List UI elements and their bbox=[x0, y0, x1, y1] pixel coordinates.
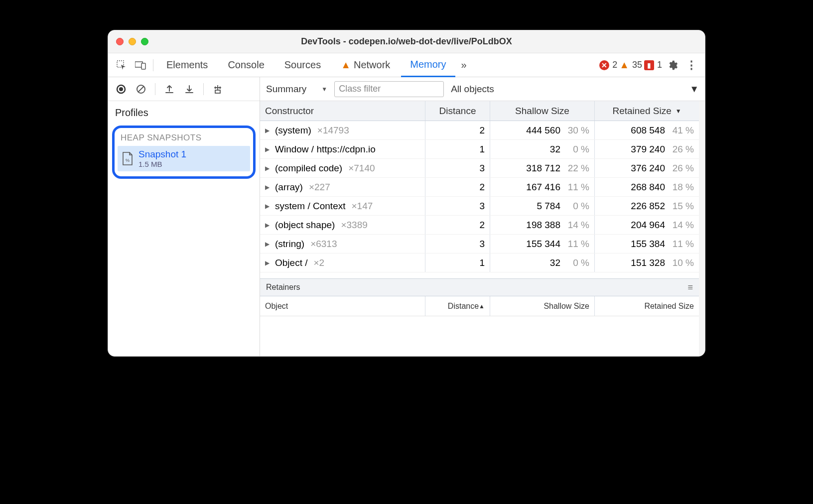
expand-icon[interactable]: ▶ bbox=[265, 222, 271, 229]
retainers-section-header[interactable]: Retainers ≡ bbox=[260, 278, 699, 296]
divider bbox=[155, 83, 155, 95]
retained-size-value: 151 328 bbox=[631, 257, 665, 268]
record-button[interactable] bbox=[113, 81, 129, 97]
instance-count: ×7140 bbox=[348, 163, 375, 174]
snapshot-name: Snapshot 1 bbox=[138, 149, 186, 160]
tab-console[interactable]: Console bbox=[219, 53, 273, 77]
distance-value: 3 bbox=[479, 239, 485, 250]
tabs-overflow-button[interactable]: » bbox=[457, 53, 471, 77]
retainers-col-distance[interactable]: Distance ▲ bbox=[425, 296, 490, 316]
retained-size-pct: 15 % bbox=[669, 201, 694, 212]
distance-value: 3 bbox=[479, 201, 485, 212]
table-row[interactable]: ▶(string) ×63133155 34411 %155 38411 % bbox=[260, 235, 699, 253]
expand-icon[interactable]: ▶ bbox=[265, 203, 271, 210]
inspect-element-icon[interactable] bbox=[113, 57, 130, 74]
expand-icon[interactable]: ▶ bbox=[265, 127, 271, 134]
tab-sources[interactable]: Sources bbox=[275, 53, 330, 77]
constructor-name: (object shape) bbox=[275, 220, 335, 231]
sort-descending-icon: ▼ bbox=[676, 108, 681, 115]
constructor-name: (array) bbox=[275, 182, 303, 193]
distance-value: 2 bbox=[479, 125, 485, 136]
retainers-menu-icon[interactable]: ≡ bbox=[687, 282, 693, 293]
retainers-col-retained[interactable]: Retained Size bbox=[594, 296, 699, 316]
tab-label: Elements bbox=[166, 59, 208, 71]
error-count-value: 2 bbox=[612, 60, 617, 70]
retained-size-pct: 11 % bbox=[669, 239, 694, 250]
memory-panel: Profiles HEAP SNAPSHOTS % Snapshot 1 1.5… bbox=[108, 77, 705, 356]
instance-count: ×227 bbox=[309, 182, 330, 193]
scrollbar[interactable] bbox=[699, 101, 705, 356]
table-row[interactable]: ▶(array) ×2272167 41611 %268 84018 % bbox=[260, 178, 699, 197]
warning-count[interactable]: ▲ 35 bbox=[619, 59, 642, 71]
retained-size-pct: 10 % bbox=[669, 257, 694, 268]
highlight-annotation: HEAP SNAPSHOTS % Snapshot 1 1.5 MB bbox=[112, 126, 256, 179]
devtools-tabbar: Elements Console Sources ▲ Network Memor… bbox=[108, 53, 705, 77]
table-row[interactable]: ▶(object shape) ×33892198 38814 %204 964… bbox=[260, 216, 699, 235]
col-retained-header[interactable]: Retained Size ▼ bbox=[594, 101, 699, 121]
more-menu-button[interactable]: ⋮ bbox=[683, 57, 700, 74]
shallow-size-value: 198 388 bbox=[526, 220, 560, 231]
warning-count-value: 35 bbox=[632, 60, 642, 70]
table-body[interactable]: ▶(system) ×147932444 56030 %608 54841 %▶… bbox=[260, 121, 699, 278]
close-window-button[interactable] bbox=[116, 38, 124, 45]
error-count[interactable]: ✕ 2 bbox=[599, 60, 617, 70]
expand-icon[interactable]: ▶ bbox=[265, 165, 271, 172]
retained-size-pct: 41 % bbox=[669, 125, 694, 136]
garbage-collect-button[interactable] bbox=[210, 81, 226, 97]
col-constructor-header[interactable]: Constructor bbox=[260, 101, 425, 121]
profiles-heading: Profiles bbox=[108, 101, 260, 123]
tab-memory[interactable]: Memory bbox=[401, 53, 455, 77]
chevron-down-icon: ▼ bbox=[321, 86, 327, 93]
load-button[interactable] bbox=[161, 81, 177, 97]
tab-label: Network bbox=[354, 59, 390, 71]
scope-dropdown[interactable]: All objects bbox=[451, 84, 494, 95]
tab-network[interactable]: ▲ Network bbox=[332, 53, 399, 77]
minimize-window-button[interactable] bbox=[129, 38, 136, 45]
shallow-size-value: 155 344 bbox=[526, 239, 560, 250]
snapshot-size: 1.5 MB bbox=[138, 160, 186, 168]
expand-icon[interactable]: ▶ bbox=[265, 241, 271, 248]
retained-size-value: 226 852 bbox=[631, 201, 665, 212]
save-button[interactable] bbox=[181, 81, 197, 97]
class-filter-input[interactable] bbox=[334, 81, 444, 97]
zoom-window-button[interactable] bbox=[141, 38, 148, 45]
scope-dropdown-label: All objects bbox=[451, 84, 494, 95]
sidebar-toolbar bbox=[108, 77, 260, 101]
table-row[interactable]: ▶(compiled code) ×71403318 71222 %376 24… bbox=[260, 159, 699, 178]
col-shallow-header[interactable]: Shallow Size bbox=[490, 101, 594, 121]
chevron-down-icon: ▼ bbox=[689, 84, 699, 94]
shallow-size-pct: 11 % bbox=[564, 182, 589, 193]
clear-button[interactable] bbox=[133, 81, 149, 97]
expand-icon[interactable]: ▶ bbox=[265, 146, 271, 153]
options-dropdown[interactable]: ▼ bbox=[689, 84, 699, 95]
message-count[interactable]: ▮ 1 bbox=[644, 60, 662, 70]
expand-icon[interactable]: ▶ bbox=[265, 259, 271, 266]
error-icon: ✕ bbox=[599, 60, 609, 70]
table-row[interactable]: ▶Window / https://cdpn.io1320 %379 24026… bbox=[260, 140, 699, 159]
snapshot-main: Summary ▼ All objects ▼ Constructor Dis bbox=[260, 77, 705, 356]
overflow-label: » bbox=[461, 59, 467, 71]
device-toolbar-icon[interactable] bbox=[132, 57, 149, 74]
snapshot-text: Snapshot 1 1.5 MB bbox=[138, 149, 186, 168]
tab-elements[interactable]: Elements bbox=[157, 53, 217, 77]
constructor-name: Window / https://cdpn.io bbox=[275, 144, 376, 155]
retainers-col-object[interactable]: Object bbox=[260, 296, 425, 316]
settings-button[interactable] bbox=[664, 57, 681, 74]
expand-icon[interactable]: ▶ bbox=[265, 184, 271, 191]
shallow-size-pct: 0 % bbox=[564, 144, 589, 155]
retainers-col-shallow[interactable]: Shallow Size bbox=[490, 296, 594, 316]
retained-size-value: 155 384 bbox=[631, 239, 665, 250]
view-dropdown[interactable]: Summary ▼ bbox=[266, 84, 327, 95]
shallow-size-value: 318 712 bbox=[526, 163, 560, 174]
table-row[interactable]: ▶Object / ×21320 %151 32810 % bbox=[260, 253, 699, 272]
shallow-size-value: 5 784 bbox=[537, 201, 560, 212]
table-row[interactable]: ▶system / Context ×14735 7840 %226 85215… bbox=[260, 197, 699, 216]
constructor-name: Object / bbox=[275, 257, 307, 268]
snapshot-item[interactable]: % Snapshot 1 1.5 MB bbox=[118, 146, 250, 171]
constructor-name: (compiled code) bbox=[275, 163, 342, 174]
svg-rect-2 bbox=[141, 63, 145, 69]
col-distance-header[interactable]: Distance bbox=[425, 101, 490, 121]
shallow-size-pct: 30 % bbox=[564, 125, 589, 136]
table-row[interactable]: ▶(system) ×147932444 56030 %608 54841 % bbox=[260, 121, 699, 140]
tab-label: Memory bbox=[410, 59, 446, 70]
